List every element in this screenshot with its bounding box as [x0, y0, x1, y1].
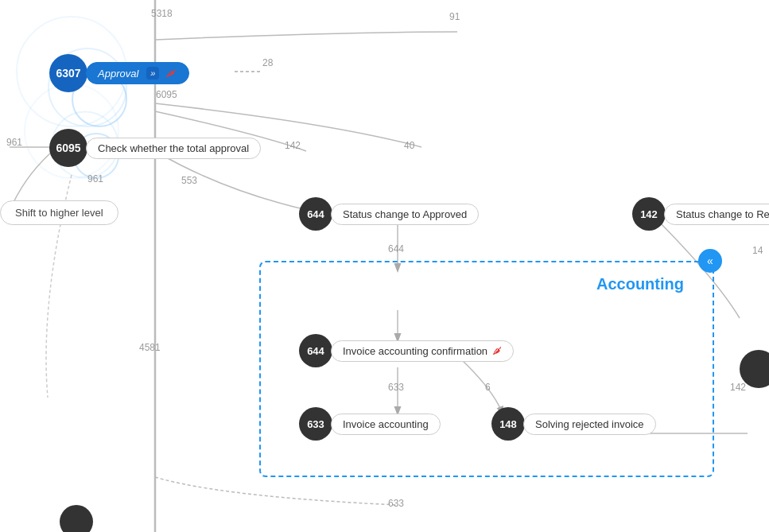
node-label-644-invoice: Invoice accounting confirmation 🌶 [331, 340, 514, 362]
accounting-collapse-button[interactable]: « [698, 249, 722, 273]
node-circle-644-invoice: 644 [299, 334, 332, 367]
node-circle-633-invoice: 633 [299, 407, 332, 441]
node-label-633-invoice: Invoice accounting [331, 414, 441, 435]
node-circle-644-status: 644 [299, 197, 332, 231]
edge-label-961-left: 961 [6, 137, 22, 148]
node-label-6095: Check whether the total approval [86, 138, 261, 159]
accounting-label: Accounting [596, 275, 684, 293]
node-circle-6095: 6095 [49, 129, 87, 167]
node-label-644-status: Status change to Approved [331, 204, 479, 225]
node-label-6307: Approval » 🌶 [86, 62, 189, 84]
edge-label-14: 14 [752, 245, 763, 256]
edge-label-644: 644 [388, 243, 404, 254]
edge-label-142-up: 142 [285, 140, 301, 151]
node-bottom-left[interactable] [60, 505, 93, 532]
edge-label-4581: 4581 [139, 342, 161, 353]
node-633-invoice[interactable]: 633 Invoice accounting [299, 407, 441, 441]
shift-node-label: Shift to higher level [15, 207, 103, 219]
shift-higher-level-node[interactable]: Shift to higher level [0, 200, 118, 225]
edge-label-633-bottom: 633 [388, 498, 404, 509]
node-circle-6307: 6307 [49, 54, 87, 92]
chili-icon-6307: 🌶 [165, 68, 175, 79]
edge-label-40: 40 [404, 140, 414, 151]
node-148[interactable]: 148 Solving rejected invoice [491, 407, 656, 441]
node-142-status[interactable]: 142 Status change to Rejected [632, 197, 769, 231]
workflow-canvas: 5318 28 6095 961 961 553 142 40 91 644 4… [0, 0, 769, 532]
node-circle-148: 148 [491, 407, 525, 441]
edge-label-553: 553 [181, 175, 197, 186]
node-6095[interactable]: 6095 Check whether the total approval [49, 129, 261, 167]
chevron-left-icon: « [707, 254, 713, 267]
node-6307[interactable]: 6307 Approval » 🌶 [49, 54, 189, 92]
node-644-status[interactable]: 644 Status change to Approved [299, 197, 479, 231]
edge-label-961: 961 [87, 173, 103, 184]
node-label-148: Solving rejected invoice [523, 414, 656, 435]
edge-label-5318: 5318 [151, 8, 173, 19]
edge-label-28: 28 [262, 57, 273, 68]
node-circle-142-status: 142 [632, 197, 666, 231]
node-label-142-status: Status change to Rejected [664, 204, 769, 225]
node-circle-bottom-left [60, 505, 93, 532]
double-chevron-icon: » [146, 67, 159, 80]
chili-icon-644-invoice: 🌶 [492, 345, 502, 356]
node-644-invoice[interactable]: 644 Invoice accounting confirmation 🌶 [299, 334, 514, 367]
node-circle-bottom-right [740, 350, 769, 388]
edge-label-91: 91 [449, 11, 460, 22]
node-bottom-right[interactable] [740, 350, 769, 388]
